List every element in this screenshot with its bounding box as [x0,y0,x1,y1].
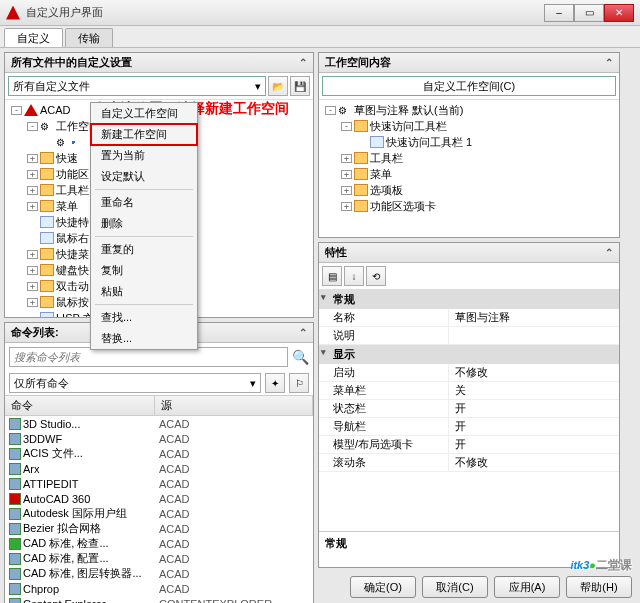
table-row[interactable]: ChpropACAD [5,581,313,596]
expander-icon[interactable]: + [27,154,38,163]
expander-icon[interactable]: + [27,202,38,211]
expander-icon[interactable]: + [341,154,352,163]
expander-icon[interactable]: - [325,106,336,115]
minimize-button[interactable]: – [544,4,574,22]
cancel-button[interactable]: 取消(C) [422,576,488,598]
app-icon [24,104,38,116]
collapse-icon[interactable]: ⌃ [605,247,613,258]
expander-icon[interactable]: + [27,186,38,195]
menu-item-自定义工作空间[interactable]: 自定义工作空间 [91,103,197,124]
expander-icon[interactable]: - [27,122,38,131]
menu-item-复制[interactable]: 复制 [91,260,197,281]
tree-node[interactable]: -快速访问工具栏 [321,118,617,134]
table-row[interactable]: ATTIPEDITACAD [5,476,313,491]
prop-category-general[interactable]: 常规 [319,290,619,309]
new-command-button[interactable]: ✦ [265,373,285,393]
tree-node[interactable]: +菜单 [321,166,617,182]
filter-dropdown[interactable]: 仅所有命令 ▾ [9,373,261,393]
command-source: ACAD [155,478,313,490]
save-button[interactable]: 💾 [290,76,310,96]
menu-item-重复的[interactable]: 重复的 [91,239,197,260]
expander-icon[interactable]: - [341,122,352,131]
table-row[interactable]: CAD 标准, 图层转换器...ACAD [5,566,313,581]
close-button[interactable]: ✕ [604,4,634,22]
search-input[interactable] [9,347,288,367]
panel-properties-title: 特性 [325,245,347,260]
customization-files-dropdown[interactable]: 所有自定义文件 ▾ [8,76,266,96]
property-grid[interactable]: 常规 名称草图与注释 说明 显示 启动不修改 菜单栏关 状态栏开 导航栏开 模型… [319,290,619,531]
expander-icon[interactable]: + [27,298,38,307]
menu-item-新建工作空间[interactable]: 新建工作空间 [90,123,198,146]
expander-icon[interactable]: + [341,186,352,195]
table-row[interactable]: ArxACAD [5,461,313,476]
customize-workspace-button[interactable]: 自定义工作空间(C) [322,76,616,96]
menu-item-重命名[interactable]: 重命名 [91,192,197,213]
tree-node[interactable]: +功能区选项卡 [321,198,617,214]
panel-workspace-title: 工作空间内容 [325,55,391,70]
prop-status-value[interactable]: 开 [449,400,619,417]
tree-node[interactable]: +选项板 [321,182,617,198]
prop-desc-value[interactable] [449,327,619,344]
expander-icon[interactable]: + [27,282,38,291]
table-row[interactable]: CAD 标准, 配置...ACAD [5,551,313,566]
apply-button[interactable]: 应用(A) [494,576,560,598]
prop-model-value[interactable]: 开 [449,436,619,453]
table-row[interactable]: CAD 标准, 检查...ACAD [5,536,313,551]
expander-icon[interactable]: + [27,250,38,259]
command-table[interactable]: 命令 源 3D Studio...ACAD3DDWFACADACIS 文件...… [5,395,313,603]
command-name: 3DDWF [23,433,62,445]
prop-start-value[interactable]: 不修改 [449,364,619,381]
command-source: ACAD [155,538,313,550]
open-file-button[interactable]: 📂 [268,76,288,96]
expander-icon[interactable]: + [27,266,38,275]
workspace-tree[interactable]: -草图与注释 默认(当前)-快速访问工具栏快速访问工具栏 1+工具栏+菜单+选项… [319,100,619,237]
expander-icon[interactable]: + [341,170,352,179]
table-row[interactable]: AutoCAD 360ACAD [5,491,313,506]
tab-transfer[interactable]: 传输 [65,28,113,47]
sort-button[interactable]: ↓ [344,266,364,286]
menu-item-设定默认[interactable]: 设定默认 [91,166,197,187]
expander-icon[interactable]: - [11,106,22,115]
prop-name-value[interactable]: 草图与注释 [449,309,619,326]
menu-item-替换...[interactable]: 替换... [91,328,197,349]
collapse-icon[interactable]: ⌃ [299,57,307,68]
collapse-icon[interactable]: ⌃ [605,57,613,68]
dropdown-label: 所有自定义文件 [13,79,90,94]
search-icon[interactable]: 🔍 [292,349,309,365]
command-source: ACAD [155,433,313,445]
table-row[interactable]: ACIS 文件...ACAD [5,446,313,461]
command-name: Chprop [23,583,59,595]
expander-icon[interactable]: + [27,170,38,179]
reset-button[interactable]: ⟲ [366,266,386,286]
table-row[interactable]: 3D Studio...ACAD [5,416,313,431]
menu-item-置为当前[interactable]: 置为当前 [91,145,197,166]
categorize-button[interactable]: ▤ [322,266,342,286]
tab-customize[interactable]: 自定义 [4,28,63,47]
locate-button[interactable]: ⚐ [289,373,309,393]
maximize-button[interactable]: ▭ [574,4,604,22]
tree-node[interactable]: -草图与注释 默认(当前) [321,102,617,118]
tree-node[interactable]: +工具栏 [321,150,617,166]
table-row[interactable]: Bezier 拟合网格ACAD [5,521,313,536]
prop-category-display[interactable]: 显示 [319,345,619,364]
table-row[interactable]: Content ExplorerCONTENTEXPLORER [5,596,313,603]
ok-button[interactable]: 确定(O) [350,576,416,598]
prop-menu-value[interactable]: 关 [449,382,619,399]
window-title: 自定义用户界面 [26,5,544,20]
prop-nav-value[interactable]: 开 [449,418,619,435]
expander-icon[interactable]: + [341,202,352,211]
tree-node[interactable]: 快速访问工具栏 1 [321,134,617,150]
table-row[interactable]: Autodesk 国际用户组ACAD [5,506,313,521]
col-source[interactable]: 源 [155,396,313,415]
folder-icon [40,296,54,308]
table-row[interactable]: 3DDWFACAD [5,431,313,446]
command-name: CAD 标准, 检查... [23,536,109,551]
help-button[interactable]: 帮助(H) [566,576,632,598]
menu-item-粘贴[interactable]: 粘贴 [91,281,197,302]
collapse-icon[interactable]: ⌃ [299,327,307,338]
node-label: 功能区选项卡 [370,199,436,214]
menu-item-查找...[interactable]: 查找... [91,307,197,328]
prop-scroll-value[interactable]: 不修改 [449,454,619,471]
col-command[interactable]: 命令 [5,396,155,415]
menu-item-删除[interactable]: 删除 [91,213,197,234]
